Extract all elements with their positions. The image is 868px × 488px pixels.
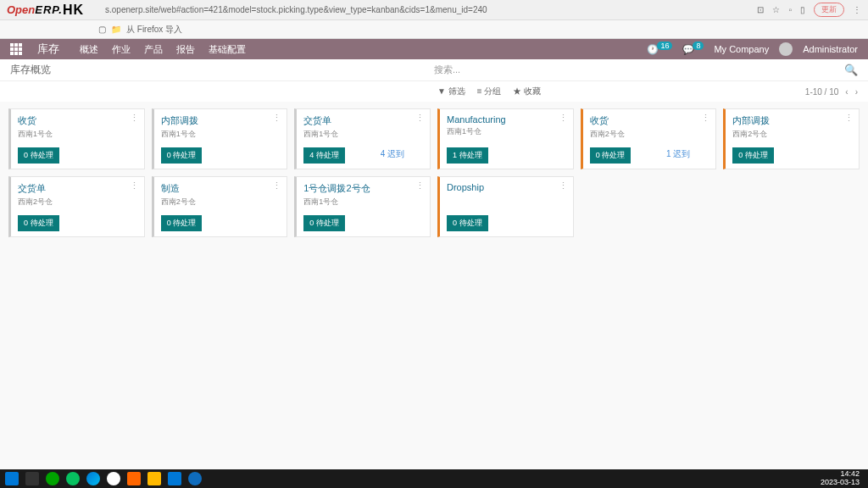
card-title[interactable]: 内部调拨 — [732, 114, 852, 127]
card-subtitle: 西南1号仓 — [303, 197, 423, 208]
kanban-card[interactable]: ⋮Dropship0 待处理 — [437, 176, 574, 237]
nav-right: 🕐16 💬8 My Company Administrator — [647, 42, 858, 56]
card-menu-icon[interactable]: ⋮ — [415, 180, 425, 191]
apps-icon[interactable] — [10, 43, 22, 55]
clock[interactable]: 14:42 2023-03-13 — [821, 470, 863, 487]
account-icon[interactable]: ▯ — [800, 5, 805, 14]
card-title[interactable]: 交货单 — [18, 182, 137, 195]
kanban-card[interactable]: ⋮收货西南1号仓0 待处理 — [8, 108, 145, 169]
browser-controls: ⊡ ☆ ▫ ▯ 更新 ⋮ — [757, 3, 861, 17]
search-placeholder: 搜索... — [434, 64, 460, 76]
card-title[interactable]: Manufacturing — [447, 114, 566, 125]
card-process-button[interactable]: 0 待处理 — [161, 215, 203, 231]
url-text[interactable]: s.openerp.site/web#action=421&model=stoc… — [105, 5, 757, 14]
clock-badge[interactable]: 🕐16 — [647, 44, 672, 55]
card-subtitle: 西南2号仓 — [590, 129, 709, 140]
card-process-button[interactable]: 4 待处理 — [303, 147, 345, 164]
kanban-card[interactable]: ⋮交货单西南1号仓4 待处理4 迟到 — [294, 108, 431, 169]
pager-text: 1-10 / 10 — [805, 87, 838, 97]
search-task-icon[interactable] — [25, 472, 39, 485]
card-menu-icon[interactable]: ⋮ — [559, 180, 568, 191]
refresh-button[interactable]: 更新 — [814, 3, 844, 17]
card-menu-icon[interactable]: ⋮ — [272, 180, 281, 191]
filter-btn[interactable]: ▼ 筛选 — [437, 86, 465, 97]
card-title[interactable]: 1号仓调拨2号仓 — [303, 182, 423, 195]
module-title[interactable]: 库存 — [37, 42, 59, 57]
card-menu-icon[interactable]: ⋮ — [844, 113, 854, 124]
card-process-button[interactable]: 0 待处理 — [447, 215, 488, 231]
menu-icon[interactable]: ⋮ — [853, 5, 861, 14]
card-subtitle: 西南2号仓 — [18, 197, 137, 208]
windows-taskbar: 14:42 2023-03-13 — [0, 469, 868, 488]
bookmark-import[interactable]: 从 Firefox 导入 — [126, 24, 182, 36]
card-title[interactable]: 内部调拨 — [161, 114, 281, 127]
nav-item[interactable]: 概述 — [80, 43, 98, 56]
card-process-button[interactable]: 0 待处理 — [18, 147, 59, 164]
card-title[interactable]: 收货 — [590, 114, 709, 127]
browser-address-bar: OpenERP.HK s.openerp.site/web#action=421… — [0, 0, 868, 20]
filter-bar: ▼ 筛选 ≡ 分组 ★ 收藏 1-10 / 10 ‹ › — [0, 81, 868, 102]
nav-item[interactable]: 产品 — [144, 43, 163, 56]
kanban-card[interactable]: ⋮制造西南2号仓0 待处理 — [152, 176, 288, 237]
card-subtitle: 西南1号仓 — [18, 129, 137, 140]
card-menu-icon[interactable]: ⋮ — [559, 113, 568, 124]
kanban-card[interactable]: ⋮内部调拨西南2号仓0 待处理 — [723, 108, 860, 169]
start-icon[interactable] — [5, 472, 19, 485]
edge-icon[interactable] — [86, 472, 100, 485]
card-late-link[interactable]: 4 迟到 — [381, 148, 404, 160]
card-menu-icon[interactable]: ⋮ — [130, 180, 139, 191]
nav-item[interactable]: 基础配置 — [209, 43, 246, 56]
avatar[interactable] — [779, 42, 793, 56]
folder-icon: 📁 — [111, 25, 121, 34]
kanban-card[interactable]: ⋮Manufacturing西南1号仓1 待处理 — [437, 108, 574, 169]
tab-icon[interactable]: ▢ — [98, 25, 106, 34]
search-icon[interactable]: 🔍 — [844, 64, 858, 76]
download-icon[interactable]: ▫ — [788, 5, 792, 14]
nav-item[interactable]: 作业 — [112, 43, 131, 56]
pager-prev-icon[interactable]: ‹ — [845, 87, 848, 97]
card-title[interactable]: 交货单 — [303, 114, 423, 127]
card-late-link[interactable]: 1 迟到 — [666, 148, 690, 160]
card-menu-icon[interactable]: ⋮ — [130, 113, 139, 124]
reader-icon[interactable]: ⊡ — [757, 5, 764, 14]
card-menu-icon[interactable]: ⋮ — [415, 113, 425, 124]
company-label[interactable]: My Company — [714, 44, 769, 54]
kanban-card[interactable]: ⋮收货西南2号仓0 待处理1 迟到 — [581, 108, 717, 169]
card-process-button[interactable]: 0 待处理 — [18, 215, 59, 231]
subheader: 库存概览 搜索... 🔍 — [0, 59, 868, 81]
explorer-icon[interactable] — [147, 472, 161, 485]
kanban-card[interactable]: ⋮交货单西南2号仓0 待处理 — [8, 176, 145, 237]
card-title[interactable]: 收货 — [18, 114, 137, 127]
group-btn[interactable]: ≡ 分组 — [477, 86, 502, 97]
card-process-button[interactable]: 0 待处理 — [590, 147, 632, 164]
star-icon[interactable]: ☆ — [772, 5, 780, 14]
card-menu-icon[interactable]: ⋮ — [701, 113, 710, 124]
kanban-card[interactable]: ⋮内部调拨西南1号仓0 待处理 — [152, 108, 288, 169]
favorite-btn[interactable]: ★ 收藏 — [513, 86, 541, 97]
card-subtitle: 西南1号仓 — [303, 129, 423, 140]
search-area[interactable]: 搜索... 🔍 — [434, 64, 858, 77]
card-title[interactable]: 制造 — [161, 182, 281, 195]
card-process-button[interactable]: 1 待处理 — [447, 147, 488, 164]
card-process-button[interactable]: 0 待处理 — [161, 147, 203, 164]
firefox-icon[interactable] — [127, 472, 141, 485]
site-logo: OpenERP.HK — [7, 3, 98, 18]
pager-next-icon[interactable]: › — [855, 87, 858, 97]
word-icon[interactable] — [168, 472, 181, 485]
main-nav: 库存 概述 作业 产品 报告 基础配置 🕐16 💬8 My Company Ad… — [0, 39, 868, 59]
pager: 1-10 / 10 ‹ › — [805, 87, 858, 97]
card-process-button[interactable]: 0 待处理 — [303, 215, 345, 231]
kanban-card[interactable]: ⋮1号仓调拨2号仓西南1号仓0 待处理 — [294, 176, 431, 237]
user-label[interactable]: Administrator — [803, 44, 858, 54]
card-subtitle: 西南1号仓 — [161, 129, 281, 140]
card-menu-icon[interactable]: ⋮ — [272, 113, 281, 124]
chrome-icon[interactable] — [107, 472, 120, 485]
card-process-button[interactable]: 0 待处理 — [732, 147, 774, 164]
chat-badge[interactable]: 💬8 — [682, 44, 704, 55]
app-icon[interactable] — [66, 472, 80, 485]
card-title[interactable]: Dropship — [447, 182, 566, 192]
nav-item[interactable]: 报告 — [176, 43, 195, 56]
nav-menu: 概述 作业 产品 报告 基础配置 — [80, 43, 246, 56]
wechat-icon[interactable] — [46, 472, 59, 485]
browser-task-icon[interactable] — [188, 472, 202, 485]
